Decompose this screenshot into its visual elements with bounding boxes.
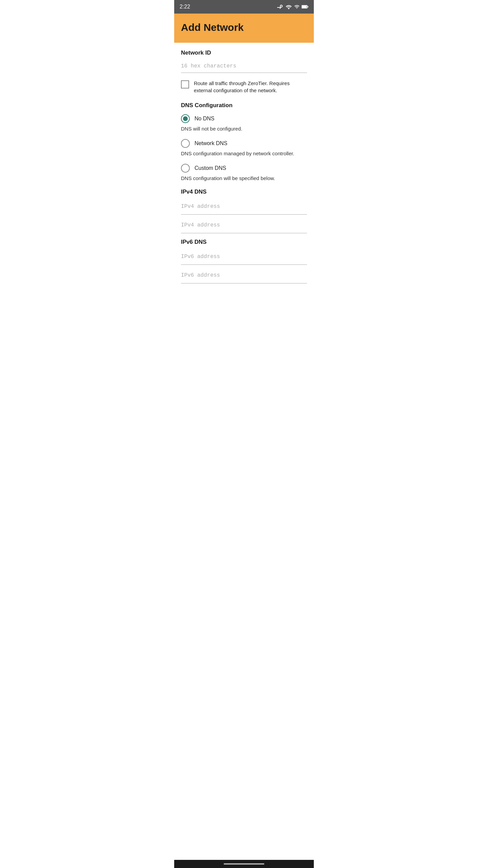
ipv6-section: IPv6 DNS: [181, 239, 307, 286]
custom-dns-description: DNS configuration will be specified belo…: [181, 175, 307, 182]
ipv6-input-1[interactable]: [181, 249, 307, 265]
ipv6-label: IPv6 DNS: [181, 239, 307, 245]
status-bar: 2:22: [174, 0, 314, 14]
route-traffic-row: Route all traffic through ZeroTier. Requ…: [181, 80, 307, 94]
network-dns-description: DNS configuration managed by network con…: [181, 150, 307, 157]
ipv4-label: IPv4 DNS: [181, 189, 307, 195]
custom-dns-label: Custom DNS: [195, 165, 226, 171]
route-traffic-checkbox[interactable]: [181, 80, 189, 88]
page-title: Add Network: [181, 22, 307, 33]
no-dns-radio[interactable]: [181, 114, 190, 123]
network-dns-radio[interactable]: [181, 139, 190, 148]
ipv4-section: IPv4 DNS: [181, 189, 307, 236]
custom-dns-option: Custom DNS DNS configuration will be spe…: [181, 164, 307, 182]
ipv6-input-2[interactable]: [181, 268, 307, 283]
content: Network ID Route all traffic through Zer…: [174, 43, 314, 300]
key-icon: [277, 5, 283, 9]
custom-dns-row: Custom DNS: [181, 164, 307, 173]
no-dns-radio-inner: [183, 116, 188, 121]
network-dns-option: Network DNS DNS configuration managed by…: [181, 139, 307, 157]
network-dns-label: Network DNS: [195, 140, 227, 146]
network-id-input[interactable]: [181, 60, 307, 73]
signal-icon: [294, 4, 300, 9]
svg-rect-1: [302, 6, 307, 8]
no-dns-option: No DNS DNS will not be configured.: [181, 114, 307, 132]
header: Add Network: [174, 14, 314, 43]
custom-dns-radio[interactable]: [181, 164, 190, 173]
route-traffic-label: Route all traffic through ZeroTier. Requ…: [194, 80, 307, 94]
no-dns-row: No DNS: [181, 114, 307, 123]
status-icons: [277, 4, 308, 9]
dns-config-label: DNS Configuration: [181, 102, 307, 109]
ipv4-input-1[interactable]: [181, 199, 307, 215]
status-time: 2:22: [180, 4, 190, 10]
network-id-label: Network ID: [181, 50, 307, 56]
wifi-icon: [285, 4, 292, 9]
bottom-bar: [174, 860, 314, 868]
network-dns-row: Network DNS: [181, 139, 307, 148]
no-dns-label: No DNS: [195, 116, 215, 122]
svg-rect-2: [308, 6, 309, 7]
bottom-indicator: [224, 863, 264, 865]
ipv4-input-2[interactable]: [181, 217, 307, 233]
battery-icon: [302, 4, 308, 9]
no-dns-description: DNS will not be configured.: [181, 125, 307, 132]
